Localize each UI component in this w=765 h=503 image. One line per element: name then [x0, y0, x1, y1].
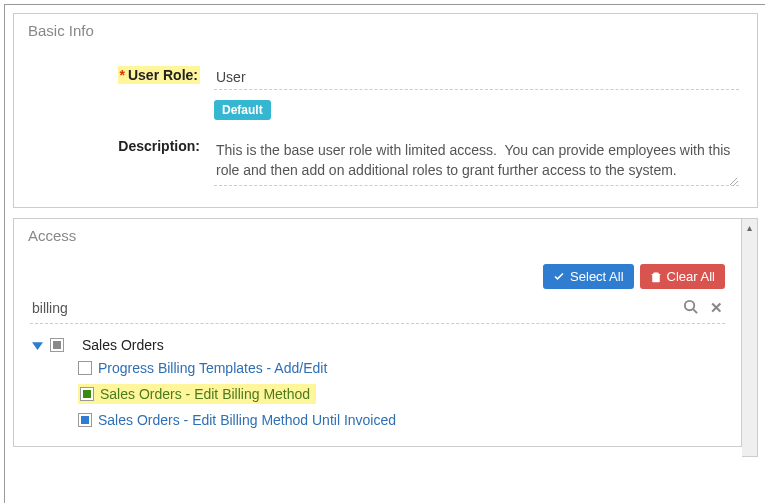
- access-title: Access: [14, 219, 741, 248]
- basic-info-title: Basic Info: [14, 14, 757, 43]
- tree-item-row: Progress Billing Templates - Add/Edit: [78, 356, 725, 380]
- clear-all-label: Clear All: [667, 269, 715, 284]
- tree-item-checkbox[interactable]: [78, 361, 92, 375]
- svg-line-1: [693, 309, 697, 313]
- access-button-row: Select All Clear All: [30, 264, 725, 289]
- basic-info-panel: Basic Info *User Role: Default Descripti…: [13, 13, 758, 208]
- description-value-col: [214, 136, 739, 189]
- tree-root-row: Sales Orders: [30, 334, 725, 356]
- page-root: Basic Info *User Role: Default Descripti…: [4, 4, 765, 503]
- basic-info-body: *User Role: Default Description:: [14, 43, 757, 207]
- tree-root-checkbox[interactable]: [50, 338, 64, 352]
- tree-children: Progress Billing Templates - Add/Edit Sa…: [78, 356, 725, 432]
- access-body: Select All Clear All ✕: [14, 248, 741, 446]
- tree-item-row: Sales Orders - Edit Billing Method: [78, 380, 725, 408]
- description-row: Description:: [32, 136, 739, 189]
- user-role-value-col: Default: [214, 65, 739, 124]
- select-all-label: Select All: [570, 269, 623, 284]
- description-textarea[interactable]: [214, 136, 739, 186]
- svg-point-0: [684, 301, 693, 310]
- filter-input[interactable]: [30, 297, 681, 319]
- tree-item-checkbox[interactable]: [80, 387, 94, 401]
- clear-all-button[interactable]: Clear All: [640, 264, 725, 289]
- permission-tree: Sales Orders Progress Billing Templates …: [30, 334, 725, 432]
- trash-icon: [650, 271, 662, 283]
- caret-down-icon[interactable]: [30, 338, 44, 352]
- tree-item-label[interactable]: Progress Billing Templates - Add/Edit: [98, 360, 327, 376]
- access-wrap: Access Select All Clear All: [13, 218, 758, 457]
- user-role-row: *User Role: Default: [32, 65, 739, 124]
- user-role-label: User Role:: [128, 67, 198, 83]
- access-panel: Access Select All Clear All: [13, 218, 742, 447]
- filter-row: ✕: [30, 297, 725, 324]
- search-icon[interactable]: [681, 299, 699, 317]
- resize-handle-icon[interactable]: [729, 177, 739, 187]
- default-badge: Default: [214, 100, 271, 120]
- tree-item-label[interactable]: Sales Orders - Edit Billing Method Until…: [98, 412, 396, 428]
- select-all-button[interactable]: Select All: [543, 264, 633, 289]
- clear-filter-icon[interactable]: ✕: [707, 299, 725, 317]
- description-label-col: Description:: [32, 136, 214, 154]
- description-label: Description:: [118, 138, 200, 154]
- tree-item-highlight: Sales Orders - Edit Billing Method: [78, 384, 316, 404]
- user-role-input[interactable]: [214, 65, 739, 90]
- user-role-label-highlight: *User Role:: [118, 66, 200, 84]
- tree-item-label[interactable]: Sales Orders - Edit Billing Method: [100, 386, 310, 402]
- check-icon: [553, 271, 565, 283]
- required-star-icon: *: [120, 67, 125, 83]
- tree-item-checkbox[interactable]: [78, 413, 92, 427]
- user-role-label-col: *User Role:: [32, 65, 214, 83]
- tree-item-row: Sales Orders - Edit Billing Method Until…: [78, 408, 725, 432]
- tree-root-label: Sales Orders: [82, 337, 164, 353]
- scroll-up-icon[interactable]: ▴: [742, 219, 757, 235]
- scrollbar[interactable]: ▴: [742, 218, 758, 457]
